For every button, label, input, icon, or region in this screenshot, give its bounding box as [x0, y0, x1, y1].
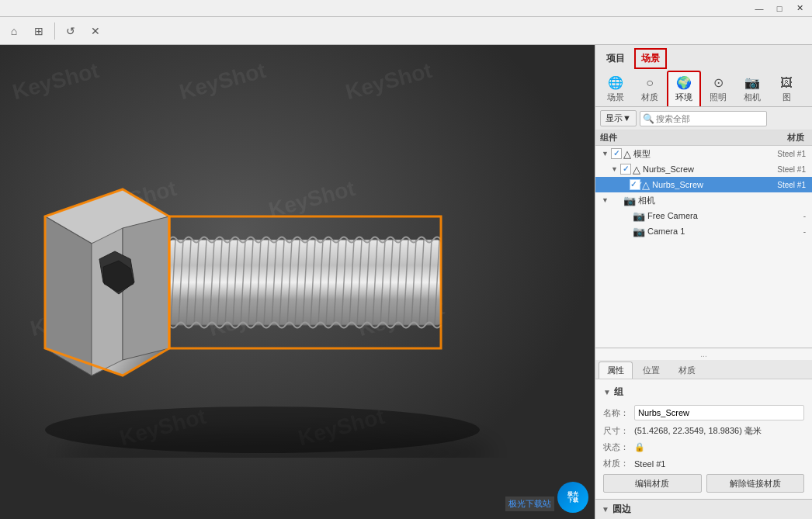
lighting-icon: ⊙ — [713, 75, 724, 90]
panel-title-scene[interactable]: 场景 — [634, 48, 667, 69]
props-value-status: 🔒 — [634, 442, 804, 452]
props-label-mat: 材质： — [603, 458, 634, 469]
tree-arrow-model — [602, 150, 611, 157]
tab-lighting[interactable]: ⊙ 照明 — [701, 71, 735, 106]
props-btn-row: 编辑材质 解除链接材质 — [603, 474, 804, 493]
tab-scene[interactable]: 🌐 场景 — [599, 71, 633, 106]
props-tabs: 属性 位置 材质 — [595, 360, 812, 379]
toolbar: ⌂ ⊞ ↺ ✕ — [0, 17, 812, 45]
bottom-arrow-icon: ▼ — [602, 505, 609, 514]
tab-scene-label: 场景 — [607, 92, 624, 103]
tree-panel: △ 模型 Steel #1 △ Nurbs_Screw Steel #1 ✓ △… — [595, 146, 812, 348]
tree-mat-nurbs-child: Steel #1 — [755, 181, 809, 189]
bottom-section-title: 圆边 — [612, 503, 631, 516]
tree-row-camera1[interactable]: 📷 Camera 1 - — [595, 223, 812, 239]
tree-col-name-header: 组件 — [600, 132, 753, 144]
props-section-label: 组 — [614, 386, 623, 399]
tree-icon-nurbs-child: △ — [642, 179, 650, 191]
tree-row-nurbs-child[interactable]: ✓ △ Nurbs_Screw Steel #1 — [595, 177, 812, 192]
edit-material-button[interactable]: 编辑材质 — [603, 474, 702, 493]
unlink-material-button[interactable]: 解除链接材质 — [706, 474, 805, 493]
panel-title-row: 项目 场景 — [595, 45, 812, 69]
tree-row-model[interactable]: △ 模型 Steel #1 — [595, 146, 812, 161]
title-bar: — □ ✕ — [0, 0, 812, 17]
tab-image[interactable]: 🖼 图 — [769, 72, 803, 106]
maximize-button[interactable]: □ — [770, 2, 789, 15]
search-wrapper: 🔍 — [640, 111, 807, 126]
settings-button[interactable]: ✕ — [85, 20, 106, 42]
tree-col-mat-header: 材质 — [753, 132, 807, 144]
props-section-title: ▼ 组 — [603, 386, 804, 399]
window-controls: — □ ✕ — [750, 2, 809, 15]
props-tab-position[interactable]: 位置 — [634, 362, 668, 379]
tree-label-camera1: Camera 1 — [647, 227, 755, 236]
tree-mat-nurbs-parent: Steel #1 — [755, 165, 809, 174]
tree-label-model: 模型 — [633, 148, 755, 160]
minimize-button[interactable]: — — [750, 2, 769, 15]
props-section-arrow: ▼ — [603, 388, 611, 396]
bottom-section: ▼ 圆边 — [595, 499, 812, 519]
tree-icon-camera-group: 📷 — [623, 195, 636, 206]
tab-camera[interactable]: 📷 相机 — [735, 71, 769, 106]
refresh-button[interactable]: ↺ — [60, 20, 82, 42]
tree-arrow-nurbs-parent — [611, 165, 620, 173]
tree-check-nurbs-child[interactable]: ✓ — [630, 179, 640, 190]
tree-check-nurbs-parent[interactable] — [620, 164, 631, 175]
properties-panel: ... 属性 位置 材质 ▼ 组 名称： 尺寸： (51.42 — [595, 348, 812, 499]
tab-material-label: 材质 — [641, 92, 658, 103]
tab-image-label: 图 — [783, 92, 791, 103]
close-button[interactable]: ✕ — [790, 2, 809, 15]
screw-3d-model — [0, 96, 542, 469]
home-button[interactable]: ⌂ — [3, 20, 25, 42]
tab-env-label: 环境 — [675, 92, 692, 103]
toolbar-separator — [54, 22, 55, 40]
camera-icon: 📷 — [744, 75, 760, 90]
props-row-status: 状态： 🔒 — [603, 441, 804, 453]
tree-label-camera-group: 相机 — [638, 195, 755, 206]
svg-point-0 — [45, 407, 480, 453]
props-tab-material[interactable]: 材质 — [670, 362, 704, 379]
svg-marker-40 — [92, 228, 123, 375]
props-body: ▼ 组 名称： 尺寸： (51.4268, 22.3549, 18.9836) … — [595, 379, 812, 499]
env-icon: 🌍 — [676, 75, 692, 90]
panel-title-project: 项目 — [600, 49, 631, 68]
download-text: 极光下载站 — [505, 497, 554, 511]
props-input-name[interactable] — [634, 405, 804, 420]
tree-row-camera-group[interactable]: 📷 相机 — [595, 192, 812, 208]
logo-badge: 极光下载 — [557, 482, 588, 513]
tree-label-nurbs-child: Nurbs_Screw — [652, 180, 755, 189]
image-icon: 🖼 — [780, 76, 793, 90]
material-icon: ○ — [646, 76, 654, 90]
tree-mat-camera1: - — [755, 227, 809, 236]
props-value-size: (51.4268, 22.3549, 18.9836) 毫米 — [634, 425, 804, 437]
scene-icon: 🌐 — [608, 75, 623, 90]
tree-label-nurbs-parent: Nurbs_Screw — [643, 164, 755, 174]
tab-camera-label: 相机 — [744, 92, 761, 103]
props-row-size: 尺寸： (51.4268, 22.3549, 18.9836) 毫米 — [603, 425, 804, 437]
props-dots: ... — [595, 348, 812, 360]
tree-icon-nurbs-parent: △ — [633, 164, 640, 175]
tree-mat-free-camera: - — [755, 212, 809, 220]
tab-row: 🌐 场景 ○ 材质 🌍 环境 ⊙ 照明 📷 相机 — [595, 71, 812, 106]
tree-check-model[interactable] — [611, 148, 622, 159]
tree-label-free-camera: Free Camera — [647, 211, 755, 220]
viewport-background: KeyShot KeyShot KeyShot KeyShot KeyShot … — [0, 45, 595, 519]
tree-icon-model: △ — [623, 148, 631, 160]
tree-header: 组件 材质 — [595, 130, 812, 146]
tab-material[interactable]: ○ 材质 — [633, 72, 667, 106]
tab-lighting-label: 照明 — [710, 92, 727, 103]
display-button[interactable]: 显示▼ — [600, 110, 637, 126]
layers-button[interactable]: ⊞ — [28, 20, 50, 42]
props-label-name: 名称： — [603, 407, 634, 419]
right-panel: 项目 场景 🌐 场景 ○ 材质 🌍 环境 ⊙ 照明 — [595, 45, 812, 519]
tab-env[interactable]: 🌍 环境 — [667, 71, 701, 106]
viewport[interactable]: KeyShot KeyShot KeyShot KeyShot KeyShot … — [0, 45, 595, 519]
tree-row-nurbs-parent[interactable]: △ Nurbs_Screw Steel #1 — [595, 161, 812, 177]
props-tab-attributes[interactable]: 属性 — [599, 362, 633, 379]
search-input[interactable] — [640, 111, 767, 126]
main-content: KeyShot KeyShot KeyShot KeyShot KeyShot … — [0, 45, 812, 519]
tree-mat-model: Steel #1 — [755, 150, 809, 158]
search-bar: 显示▼ 🔍 — [595, 107, 812, 130]
tree-row-free-camera[interactable]: 📷 Free Camera - — [595, 208, 812, 223]
tree-icon-free-camera: 📷 — [633, 210, 645, 222]
